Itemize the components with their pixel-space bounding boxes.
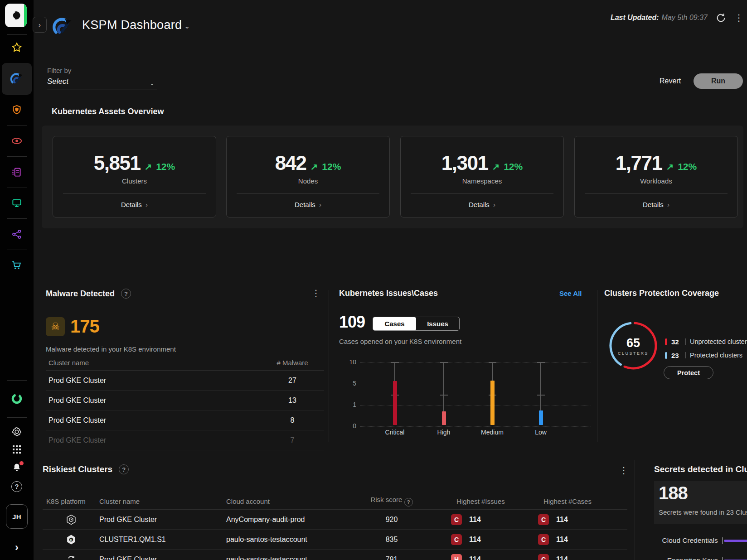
- malware-skull-badge: ☠: [46, 317, 65, 336]
- cases-chart-plot: 10 5 1 0 Critical High Medium Low: [360, 362, 591, 442]
- legend-value: 32: [671, 338, 681, 346]
- sidebar-item-monitor[interactable]: [0, 193, 34, 213]
- column-highest-issues: Highest #Issues: [430, 497, 517, 505]
- details-link[interactable]: Details ›: [575, 201, 737, 208]
- asset-trend-percent: 12%: [504, 161, 523, 172]
- divider: [685, 338, 686, 345]
- y-axis-tick: 1: [339, 401, 356, 408]
- malware-table-row[interactable]: Prod GKE Cluster 27: [46, 371, 324, 391]
- asset-value: 5,851: [94, 152, 141, 174]
- filter-select-value: Select: [47, 77, 68, 86]
- malware-count-cell: 27: [261, 377, 324, 385]
- malware-count: 175: [70, 316, 99, 337]
- asset-label: Namespaces: [401, 177, 563, 185]
- y-axis-tick: 10: [339, 358, 356, 366]
- chart-bar-low[interactable]: [539, 410, 543, 425]
- riskiest-table-row[interactable]: K CLUSTER1.QM1.S1 paulo-santos-testaccou…: [43, 530, 627, 550]
- column-cluster-name: Cluster name: [99, 497, 226, 505]
- divider: [7, 417, 27, 418]
- sidebar-item-falcon[interactable]: [0, 389, 34, 409]
- highest-issues-cell: C 114: [430, 514, 517, 525]
- brand-logo[interactable]: [5, 4, 27, 27]
- sidebar-item-shield[interactable]: [0, 100, 34, 120]
- secret-row[interactable]: Encryption Keys: [654, 554, 747, 560]
- notification-dot: [19, 461, 24, 465]
- secret-row[interactable]: Cloud Credentials: [654, 534, 747, 547]
- chart-bar-critical[interactable]: [393, 381, 397, 425]
- details-link[interactable]: Details ›: [401, 201, 563, 208]
- aks-platform-icon: [65, 554, 77, 560]
- divider: [411, 193, 553, 194]
- asset-card-workloads: 1,771 ↗ 12% Workloads Details ›: [574, 136, 738, 217]
- riskiest-table-row[interactable]: Prod GKE Cluster AnyCompany-audit-prod 9…: [43, 510, 627, 530]
- sidebar-item-favorites[interactable]: [0, 38, 34, 58]
- protect-button[interactable]: Protect: [664, 366, 713, 379]
- tab-issues[interactable]: Issues: [416, 317, 459, 330]
- details-link[interactable]: Details ›: [53, 201, 216, 208]
- cluster-name-cell: Prod GKE Cluster: [46, 436, 261, 444]
- severity-badge: C: [538, 514, 549, 525]
- user-avatar[interactable]: JH: [6, 504, 28, 529]
- malware-table-row[interactable]: Prod GKE Cluster 8: [46, 410, 324, 430]
- help-icon: ?: [11, 481, 22, 492]
- sidebar-item-settings[interactable]: [0, 422, 34, 442]
- chevron-right-icon: ›: [39, 21, 41, 29]
- sidebar-item-marketplace[interactable]: [0, 255, 34, 275]
- column-highest-cases: Highest #Cases: [517, 497, 604, 505]
- divider: [585, 193, 728, 194]
- sidebar-item-share-graph[interactable]: [0, 224, 34, 244]
- sidebar-item-threat-eye[interactable]: [0, 131, 34, 151]
- tab-cases[interactable]: Cases: [373, 317, 416, 330]
- secret-type-label: Encryption Keys: [654, 556, 718, 560]
- header-meta: Last Updated:May 5th 09:37 ⋮: [611, 11, 743, 24]
- kebab-menu-icon[interactable]: ⋮: [734, 13, 743, 22]
- run-button[interactable]: Run: [694, 73, 743, 89]
- chevron-down-icon: ⌄: [184, 22, 190, 30]
- gauge-logo-icon: [52, 16, 73, 37]
- asset-trend-percent: 12%: [156, 161, 175, 172]
- see-all-link[interactable]: See All: [559, 290, 582, 297]
- column-cluster-name: Cluster name: [46, 359, 261, 367]
- details-link[interactable]: Details ›: [227, 201, 389, 208]
- kebab-menu-icon[interactable]: ⋮: [311, 289, 320, 298]
- chart-bar-high[interactable]: [442, 411, 446, 425]
- sidebar-item-apps[interactable]: [0, 439, 34, 459]
- cases-count: 114: [556, 516, 568, 524]
- secrets-count: 188: [659, 483, 688, 503]
- chart-bar-medium[interactable]: [490, 381, 495, 425]
- kebab-menu-icon[interactable]: ⋮: [619, 466, 628, 475]
- malware-table-row[interactable]: Prod GKE Cluster 7: [46, 430, 324, 450]
- protection-donut: 65 CLUSTERS: [606, 319, 660, 373]
- column-cloud-account: Cloud account: [226, 497, 353, 505]
- revert-button[interactable]: Revert: [660, 77, 681, 85]
- sidebar: ? JH ›: [0, 0, 34, 560]
- sidebar-collapse-toggle[interactable]: ›: [0, 537, 34, 557]
- help-icon[interactable]: ?: [119, 464, 129, 474]
- last-updated: Last Updated:May 5th 09:37: [611, 14, 708, 22]
- divider: [7, 188, 27, 188]
- cases-count: 114: [556, 536, 568, 544]
- dashboard-switcher[interactable]: ⌄: [184, 22, 190, 30]
- last-updated-label: Last Updated:: [611, 14, 659, 21]
- gear-icon: [11, 426, 22, 437]
- riskiest-table-header: K8S platform Cluster name Cloud account …: [43, 493, 627, 510]
- donut-center: 65 CLUSTERS: [606, 319, 660, 373]
- sidebar-item-documents[interactable]: [0, 162, 34, 182]
- sidebar-item-kspm-dashboard[interactable]: [0, 69, 34, 89]
- logo-green-edge: [24, 4, 27, 27]
- expand-sidebar-button[interactable]: ›: [33, 17, 47, 33]
- filter-by-label: Filter by: [47, 67, 71, 74]
- sidebar-item-help[interactable]: ?: [0, 477, 34, 497]
- panel-divider: [329, 290, 329, 442]
- help-icon[interactable]: ?: [404, 498, 413, 507]
- malware-rows: Prod GKE Cluster 27 Prod GKE Cluster 13 …: [46, 371, 324, 450]
- sidebar-item-notifications[interactable]: [0, 458, 34, 478]
- refresh-button[interactable]: [715, 12, 727, 24]
- filter-select-dropdown[interactable]: Select ⌄: [47, 77, 157, 90]
- highest-cases-cell: C 114: [517, 514, 604, 525]
- riskiest-table-row[interactable]: Prod GKE Cluster paulo-santos-testaccoun…: [43, 550, 627, 560]
- malware-table-row[interactable]: Prod GKE Cluster 13: [46, 391, 324, 410]
- help-icon[interactable]: ?: [121, 289, 131, 299]
- x-axis-label: High: [421, 429, 466, 436]
- malware-count-cell: 7: [261, 436, 324, 444]
